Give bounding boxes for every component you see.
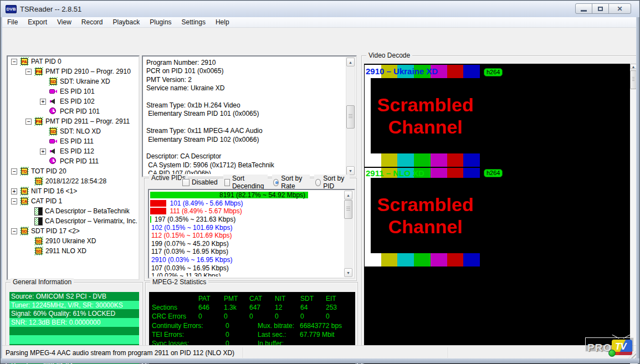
tree-item[interactable]: SDSDT: Ukraine XD	[8, 76, 139, 86]
pid-rate-row[interactable]: 107 (0.03% ~ 16.95 Kbps)	[150, 264, 342, 272]
pid-rate-row[interactable]: 101 (8.49% - 5.66 Mbps)	[150, 199, 342, 208]
pid-rate-bar: 8191 (82.17% ~ 54.92 Mbps)	[150, 192, 308, 198]
sd-table-icon: SD	[34, 247, 43, 255]
menu-item-view[interactable]: View	[52, 17, 76, 27]
sd-table-icon: SD	[49, 77, 58, 86]
tree-item[interactable]: SD2910 Ukraine XD	[8, 236, 139, 246]
expand-icon[interactable]: +	[40, 148, 46, 155]
menu-item-help[interactable]: Help	[211, 17, 234, 27]
collapse-icon[interactable]: −	[25, 119, 32, 125]
tree-item[interactable]: ES PID 111	[8, 136, 139, 146]
video-thumbnail-2911[interactable]: 2911 – NLO XD Scrambled Channel	[365, 167, 480, 266]
menu-item-settings[interactable]: Settings	[177, 17, 211, 27]
speaker-icon	[49, 147, 58, 156]
pid-rate-row[interactable]: 197 (0.35% ~ 231.63 Kbps)	[150, 216, 342, 224]
stats-column-header: PAT	[198, 294, 224, 303]
tree-item[interactable]: CA Descriptor – Verimatrix, Inc. #4	[8, 216, 139, 226]
tree-item[interactable]: −SDSDT PID 17 <2>	[8, 226, 139, 236]
general-info-row: Tuner: 12245MHz, V/R, SR: 30000KS	[9, 301, 139, 310]
expand-icon[interactable]: +	[11, 188, 17, 194]
tree-item[interactable]: TD2018/12/22 18:54:28	[8, 176, 139, 186]
restore-button[interactable]	[592, 3, 609, 14]
window-border-right	[636, 17, 639, 363]
program-info-line: Stream Type: 0x1b H.264 Video	[146, 101, 344, 110]
menu-item-export[interactable]: Export	[23, 17, 52, 27]
checkbox-disabled[interactable]: Disabled	[181, 178, 219, 186]
pid-rate-row[interactable]: 117 (0.03% ~ 16.95 Kbps)	[150, 248, 342, 256]
tree-item-label: ES PID 112	[60, 147, 94, 155]
menu-item-playback[interactable]: Playback	[108, 17, 145, 27]
radio-sort-by-pid[interactable]: Sort by PID	[314, 175, 350, 190]
pid-rate-row[interactable]: 8191 (82.17% ~ 54.92 Mbps)	[150, 191, 342, 199]
tree-item[interactable]: −PMPMT PID 2911 – Progr. 2911	[8, 116, 139, 126]
video-decode-area: 2910 – Ukraine XD Scrambled Channel h264…	[364, 64, 631, 364]
radio-icon[interactable]	[315, 179, 321, 186]
tree-item[interactable]: +ES PID 102	[8, 96, 139, 106]
tree-item[interactable]: PCR PID 111	[8, 156, 139, 166]
sd-table-icon: SD	[34, 237, 43, 245]
tree-item[interactable]: +ES PID 112	[8, 146, 139, 156]
scroll-down-icon[interactable]: ▼	[346, 166, 355, 175]
collapse-icon[interactable]: −	[11, 198, 17, 204]
window-border-left	[1, 17, 2, 363]
general-info-row	[9, 335, 139, 344]
collapse-icon[interactable]: −	[11, 59, 17, 65]
sd-table-icon: SD	[20, 227, 29, 235]
pid-rate-row[interactable]: 1 (0.02% ~ 11.30 Kbps)	[150, 272, 342, 276]
scroll-down-icon[interactable]: ▼	[344, 268, 352, 277]
tree-item[interactable]: SDSDT: NLO XD	[8, 126, 139, 136]
collapse-icon[interactable]: −	[11, 168, 17, 175]
td-table-icon: TD	[34, 177, 43, 186]
scroll-up-icon[interactable]: ▲	[344, 191, 352, 199]
pid-rate-row[interactable]: 199 (0.07% ~ 45.20 Kbps)	[150, 240, 342, 248]
checkbox-sort-decending[interactable]: Sort Decending	[223, 175, 268, 190]
scrollbar-thumb[interactable]	[346, 105, 355, 129]
minimize-button[interactable]	[575, 3, 592, 14]
tree-item[interactable]: −PAPAT PID 0	[8, 57, 139, 66]
pid-rate-label: 101 (8.49% - 5.66 Mbps)	[170, 199, 243, 207]
menu-item-record[interactable]: Record	[76, 17, 108, 27]
radio-icon[interactable]	[273, 179, 279, 186]
ca-table-icon: CA	[20, 197, 29, 206]
program-info-line: Descriptor: CA Descriptor	[146, 152, 344, 161]
stats-value: 64	[300, 303, 326, 312]
video-camera-icon	[49, 87, 58, 96]
active-pids-controls: DisabledSort DecendingSort by RateSort b…	[181, 178, 354, 187]
pid-rate-row[interactable]: 102 (0.15% ~ 101.69 Kbps)	[150, 223, 342, 232]
tree-item-label: NIT PID 16 <1>	[31, 187, 77, 195]
general-info-row: SNR: 12.3dB BER: 0.0000000	[9, 318, 139, 327]
statusbar-divider	[448, 347, 449, 358]
checkbox-icon[interactable]	[182, 179, 190, 186]
pid-rate-row[interactable]: 112 (0.15% ~ 101.69 Kbps)	[150, 232, 342, 240]
scroll-up-icon[interactable]: ▲	[346, 58, 355, 66]
general-info-row: Signal: 60% Quality: 61% LOCKED	[9, 309, 139, 318]
tree-item[interactable]: PCR PID 101	[8, 106, 139, 116]
active-pids-group: Active PIDs DisabledSort DecendingSort b…	[144, 178, 357, 281]
close-button[interactable]: ✕	[608, 3, 631, 14]
mpeg2-stats-label: MPEG-2 Statistics	[150, 278, 208, 286]
pid-list-scrollbar[interactable]: ▲ ▼	[344, 191, 354, 277]
radio-sort-by-rate[interactable]: Sort by Rate	[272, 175, 310, 190]
program-info-scrollbar[interactable]: ▲ ▼	[346, 57, 355, 176]
collapse-icon[interactable]: −	[11, 228, 17, 234]
tree-item[interactable]: −CACAT PID 1	[8, 196, 139, 206]
pid-rate-rows: 8191 (82.17% ~ 54.92 Mbps)101 (8.49% - 5…	[150, 191, 342, 276]
tree-item[interactable]: −PMPMT PID 2910 – Progr. 2910	[8, 66, 139, 76]
menu-item-file[interactable]: File	[2, 17, 23, 27]
checkbox-icon[interactable]	[224, 179, 230, 186]
pid-rate-row[interactable]: 2910 (0.03% ~ 16.95 Kbps)	[150, 256, 342, 264]
tree-item[interactable]: ES PID 101	[8, 86, 139, 96]
collapse-icon[interactable]: −	[25, 69, 32, 75]
video-thumbnail-2910[interactable]: 2910 – Ukraine XD Scrambled Channel	[365, 65, 480, 167]
titlebar[interactable]: DVB TSReader -- 2.8.51 ✕	[1, 1, 639, 17]
tree-item[interactable]: −TDTOT PID 20	[8, 166, 139, 176]
pid-rate-row[interactable]: 111 (8.49% - 5.67 Mbps)	[150, 207, 342, 216]
expand-icon[interactable]: +	[40, 99, 46, 105]
tree-item[interactable]: SD2911 NLO XD	[8, 246, 139, 256]
menu-item-plugins[interactable]: Plugins	[145, 17, 176, 27]
tree-item-label: CA Descriptor – Verimatrix, Inc. #4	[45, 217, 140, 225]
tree-item[interactable]: CA Descriptor – BetaTechnik	[8, 206, 139, 216]
tree-item[interactable]: +NINIT PID 16 <1>	[8, 186, 139, 196]
scrollbar-thumb[interactable]	[344, 200, 352, 219]
close-icon: ✕	[617, 6, 622, 12]
